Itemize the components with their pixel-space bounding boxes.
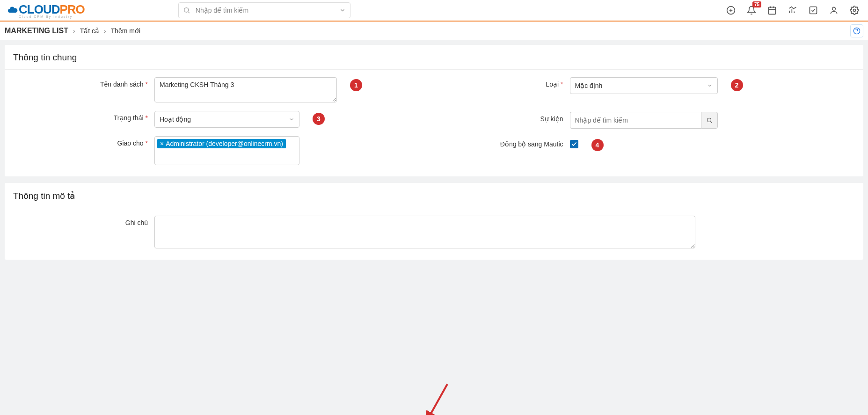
svg-point-13 bbox=[832, 7, 836, 10]
panel-title-description: Thông tin mô tả bbox=[5, 183, 863, 208]
label-type: Loại bbox=[546, 80, 559, 88]
event-search bbox=[570, 112, 718, 129]
search-icon bbox=[706, 117, 713, 124]
check-icon bbox=[571, 141, 577, 147]
global-search bbox=[178, 2, 350, 18]
select-type-value: Mặc định bbox=[575, 82, 603, 89]
chevron-right-icon: › bbox=[73, 27, 75, 35]
notifications-icon[interactable]: 75 bbox=[746, 5, 757, 15]
help-icon bbox=[853, 27, 861, 35]
notification-badge: 75 bbox=[752, 1, 761, 7]
required-marker: * bbox=[146, 80, 148, 88]
svg-point-17 bbox=[707, 118, 711, 122]
panel-title-general: Thông tin chung bbox=[5, 45, 863, 69]
breadcrumb: MARKETING LIST › Tất cả › Thêm mới bbox=[0, 22, 868, 40]
settings-icon[interactable] bbox=[849, 5, 860, 15]
label-sync-mautic: Đồng bộ sang Mautic bbox=[500, 140, 563, 148]
tag-remove-icon[interactable]: × bbox=[160, 140, 164, 147]
assigned-tag[interactable]: ×Administrator (developer@onlinecrm.vn) bbox=[157, 139, 286, 148]
breadcrumb-root[interactable]: MARKETING LIST bbox=[5, 27, 68, 35]
panel-general-info: Thông tin chung Tên danh sách* 1 Trạng t… bbox=[5, 45, 863, 176]
chart-icon[interactable] bbox=[788, 5, 798, 15]
svg-point-14 bbox=[853, 9, 856, 12]
checkbox-sync-mautic[interactable] bbox=[570, 140, 578, 148]
annotation-bubble-2: 2 bbox=[731, 79, 743, 91]
select-type[interactable]: Mặc định bbox=[570, 77, 718, 94]
required-marker: * bbox=[146, 114, 148, 122]
breadcrumb-link-all[interactable]: Tất cả bbox=[80, 27, 99, 35]
svg-point-0 bbox=[184, 8, 188, 12]
input-assigned[interactable]: ×Administrator (developer@onlinecrm.vn) bbox=[154, 136, 299, 165]
header-icon-bar: 75 bbox=[726, 5, 860, 15]
label-notes: Ghi chú bbox=[125, 219, 148, 226]
label-list-name: Tên danh sách bbox=[100, 80, 144, 88]
event-search-input[interactable] bbox=[570, 112, 701, 129]
search-icon bbox=[183, 7, 190, 14]
required-marker: * bbox=[146, 139, 148, 147]
help-button[interactable] bbox=[850, 24, 863, 37]
global-search-input[interactable] bbox=[178, 2, 350, 18]
breadcrumb-current: Thêm mới bbox=[111, 27, 140, 35]
assigned-tag-label: Administrator (developer@onlinecrm.vn) bbox=[166, 140, 283, 147]
annotation-bubble-1: 1 bbox=[350, 79, 362, 91]
annotation-bubble-3: 3 bbox=[313, 113, 325, 125]
label-assigned: Giao cho bbox=[117, 139, 144, 147]
top-header: CLOUDPRO Cloud CRM By Industry 75 bbox=[0, 0, 868, 22]
logo-text-left: CLOUD bbox=[19, 2, 59, 16]
svg-line-18 bbox=[710, 122, 712, 123]
panel-description: Thông tin mô tả Ghi chú bbox=[5, 183, 863, 260]
textarea-notes[interactable] bbox=[154, 216, 695, 248]
chevron-down-icon bbox=[289, 116, 294, 122]
chevron-down-icon bbox=[707, 83, 713, 88]
chevron-right-icon: › bbox=[104, 27, 106, 35]
chevron-down-icon[interactable] bbox=[339, 7, 346, 14]
add-icon[interactable] bbox=[726, 5, 736, 15]
input-list-name[interactable] bbox=[154, 77, 337, 102]
task-icon[interactable] bbox=[808, 5, 818, 15]
select-status[interactable]: Hoạt động bbox=[154, 111, 299, 128]
svg-rect-5 bbox=[769, 7, 776, 14]
annotation-bubble-4: 4 bbox=[591, 139, 604, 151]
event-search-button[interactable] bbox=[701, 112, 718, 129]
label-event: Sự kiện bbox=[540, 115, 563, 123]
user-icon[interactable] bbox=[829, 5, 839, 15]
svg-rect-12 bbox=[810, 7, 817, 14]
label-status: Trạng thái bbox=[114, 114, 144, 122]
logo[interactable]: CLOUDPRO Cloud CRM By Industry bbox=[6, 2, 85, 18]
svg-line-1 bbox=[188, 12, 190, 13]
logo-text-right: PRO bbox=[59, 2, 84, 16]
select-status-value: Hoạt động bbox=[160, 116, 191, 123]
calendar-icon[interactable] bbox=[767, 5, 777, 15]
required-marker: * bbox=[561, 80, 563, 88]
cloud-icon bbox=[6, 4, 20, 15]
